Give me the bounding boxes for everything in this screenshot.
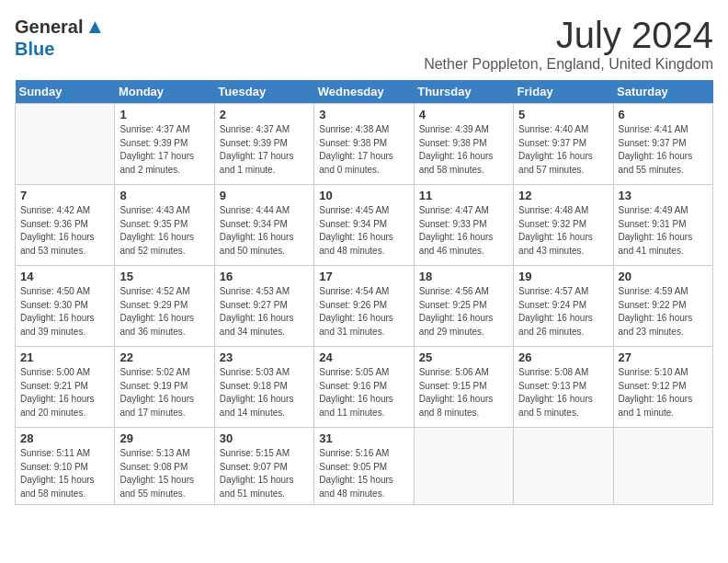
day-number: 15 [119,270,209,283]
day-number: 20 [619,270,708,283]
day-number: 25 [419,350,508,364]
calendar-cell: 16Sunrise: 4:53 AM Sunset: 9:27 PM Dayli… [214,266,313,347]
day-info: Sunrise: 4:56 AM Sunset: 9:25 PM Dayligh… [419,285,508,339]
logo: General ▲ Blue [15,15,105,60]
day-info: Sunrise: 5:08 AM Sunset: 9:13 PM Dayligh… [518,366,608,419]
day-number: 19 [518,270,608,283]
day-number: 16 [220,270,309,283]
day-number: 5 [518,108,608,121]
day-info: Sunrise: 4:59 AM Sunset: 9:22 PM Dayligh… [619,285,708,339]
calendar-cell [414,428,513,505]
title-area: July 2024 Nether Poppleton, England, Uni… [424,15,713,73]
day-info: Sunrise: 4:44 AM Sunset: 9:34 PM Dayligh… [220,204,309,258]
calendar-cell: 1Sunrise: 4:37 AM Sunset: 9:39 PM Daylig… [115,104,214,185]
logo-bird-icon: ▲ [85,15,105,39]
day-number: 14 [20,270,109,283]
calendar-cell: 20Sunrise: 4:59 AM Sunset: 9:22 PM Dayli… [613,266,712,347]
calendar-cell: 25Sunrise: 5:06 AM Sunset: 9:15 PM Dayli… [414,347,513,428]
day-info: Sunrise: 4:38 AM Sunset: 9:38 PM Dayligh… [319,123,408,177]
calendar-cell: 19Sunrise: 4:57 AM Sunset: 9:24 PM Dayli… [514,266,613,347]
calendar-cell: 24Sunrise: 5:05 AM Sunset: 9:16 PM Dayli… [314,347,414,428]
calendar-cell: 12Sunrise: 4:48 AM Sunset: 9:32 PM Dayli… [514,185,613,266]
day-number: 27 [619,350,708,364]
calendar-cell: 4Sunrise: 4:39 AM Sunset: 9:38 PM Daylig… [414,104,513,185]
header-friday: Friday [514,80,613,104]
calendar-cell: 14Sunrise: 4:50 AM Sunset: 9:30 PM Dayli… [16,266,115,347]
calendar-cell: 29Sunrise: 5:13 AM Sunset: 9:08 PM Dayli… [115,428,214,505]
calendar-cell: 21Sunrise: 5:00 AM Sunset: 9:21 PM Dayli… [16,347,115,428]
day-info: Sunrise: 5:06 AM Sunset: 9:15 PM Dayligh… [419,366,508,419]
header-monday: Monday [115,80,214,104]
calendar-cell: 26Sunrise: 5:08 AM Sunset: 9:13 PM Dayli… [514,347,613,428]
day-number: 17 [319,270,408,283]
calendar-week-3: 14Sunrise: 4:50 AM Sunset: 9:30 PM Dayli… [16,266,713,347]
calendar-cell: 31Sunrise: 5:16 AM Sunset: 9:05 PM Dayli… [314,428,414,505]
header-thursday: Thursday [414,80,513,104]
calendar-week-5: 28Sunrise: 5:11 AM Sunset: 9:10 PM Dayli… [16,428,713,505]
calendar-cell: 9Sunrise: 4:44 AM Sunset: 9:34 PM Daylig… [214,185,313,266]
day-info: Sunrise: 4:49 AM Sunset: 9:31 PM Dayligh… [619,204,708,258]
day-info: Sunrise: 5:13 AM Sunset: 9:08 PM Dayligh… [119,447,209,500]
day-info: Sunrise: 5:03 AM Sunset: 9:18 PM Dayligh… [220,366,309,419]
day-info: Sunrise: 5:00 AM Sunset: 9:21 PM Dayligh… [20,366,109,419]
calendar-cell: 22Sunrise: 5:02 AM Sunset: 9:19 PM Dayli… [115,347,214,428]
calendar-cell: 11Sunrise: 4:47 AM Sunset: 9:33 PM Dayli… [414,185,513,266]
location-subtitle: Nether Poppleton, England, United Kingdo… [424,56,713,73]
day-info: Sunrise: 4:52 AM Sunset: 9:29 PM Dayligh… [119,285,209,339]
day-number: 2 [220,108,309,121]
day-info: Sunrise: 4:42 AM Sunset: 9:36 PM Dayligh… [20,204,109,258]
calendar-cell: 23Sunrise: 5:03 AM Sunset: 9:18 PM Dayli… [214,347,313,428]
day-number: 6 [619,108,708,121]
calendar-cell: 7Sunrise: 4:42 AM Sunset: 9:36 PM Daylig… [16,185,115,266]
day-info: Sunrise: 4:47 AM Sunset: 9:33 PM Dayligh… [419,204,508,258]
day-info: Sunrise: 4:54 AM Sunset: 9:26 PM Dayligh… [319,285,408,339]
day-info: Sunrise: 4:43 AM Sunset: 9:35 PM Dayligh… [119,204,209,258]
day-info: Sunrise: 5:16 AM Sunset: 9:05 PM Dayligh… [319,447,408,500]
day-number: 22 [119,350,209,364]
calendar-cell [16,104,115,185]
day-number: 4 [419,108,508,121]
page-header: General ▲ Blue July 2024 Nether Poppleto… [15,15,713,73]
day-number: 29 [119,431,209,445]
day-info: Sunrise: 4:48 AM Sunset: 9:32 PM Dayligh… [518,204,608,258]
calendar-cell: 2Sunrise: 4:37 AM Sunset: 9:39 PM Daylig… [214,104,313,185]
day-info: Sunrise: 4:45 AM Sunset: 9:34 PM Dayligh… [319,204,408,258]
calendar-cell: 3Sunrise: 4:38 AM Sunset: 9:38 PM Daylig… [314,104,414,185]
day-number: 21 [20,350,109,364]
day-number: 31 [319,431,408,445]
calendar-cell [514,428,613,505]
day-number: 23 [220,350,309,364]
day-number: 30 [220,431,309,445]
day-number: 10 [319,189,408,202]
day-number: 8 [119,189,209,202]
calendar-week-1: 1Sunrise: 4:37 AM Sunset: 9:39 PM Daylig… [16,104,713,185]
day-number: 28 [20,431,109,445]
calendar-header-row: SundayMondayTuesdayWednesdayThursdayFrid… [16,80,713,104]
day-number: 24 [319,350,408,364]
calendar-table: SundayMondayTuesdayWednesdayThursdayFrid… [15,80,713,505]
day-number: 3 [319,108,408,121]
day-info: Sunrise: 5:15 AM Sunset: 9:07 PM Dayligh… [220,447,309,500]
day-number: 18 [419,270,508,283]
calendar-week-2: 7Sunrise: 4:42 AM Sunset: 9:36 PM Daylig… [16,185,713,266]
calendar-cell: 15Sunrise: 4:52 AM Sunset: 9:29 PM Dayli… [115,266,214,347]
month-title: July 2024 [424,15,713,56]
calendar-cell: 28Sunrise: 5:11 AM Sunset: 9:10 PM Dayli… [16,428,115,505]
calendar-cell: 5Sunrise: 4:40 AM Sunset: 9:37 PM Daylig… [514,104,613,185]
day-number: 7 [20,189,109,202]
header-saturday: Saturday [613,80,712,104]
day-info: Sunrise: 4:53 AM Sunset: 9:27 PM Dayligh… [220,285,309,339]
day-info: Sunrise: 4:37 AM Sunset: 9:39 PM Dayligh… [119,123,209,177]
header-sunday: Sunday [16,80,115,104]
logo-general-text: General [15,17,83,38]
day-number: 11 [419,189,508,202]
day-info: Sunrise: 5:11 AM Sunset: 9:10 PM Dayligh… [20,447,109,500]
day-number: 26 [518,350,608,364]
day-info: Sunrise: 5:05 AM Sunset: 9:16 PM Dayligh… [319,366,408,419]
day-number: 13 [619,189,708,202]
day-info: Sunrise: 4:37 AM Sunset: 9:39 PM Dayligh… [220,123,309,177]
calendar-cell [613,428,712,505]
day-info: Sunrise: 4:41 AM Sunset: 9:37 PM Dayligh… [619,123,708,177]
day-info: Sunrise: 5:02 AM Sunset: 9:19 PM Dayligh… [119,366,209,419]
day-info: Sunrise: 4:50 AM Sunset: 9:30 PM Dayligh… [20,285,109,339]
